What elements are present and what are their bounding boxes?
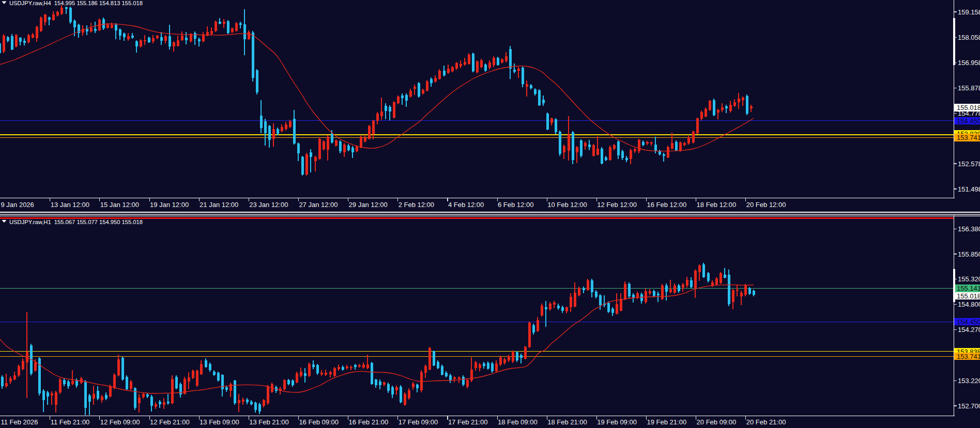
svg-text:18 Feb 09:00: 18 Feb 09:00 (498, 418, 538, 426)
svg-text:11 Feb 2026: 11 Feb 2026 (1, 418, 38, 426)
svg-text:153.220: 153.220 (958, 377, 980, 385)
svg-text:23 Jan 12:00: 23 Jan 12:00 (249, 201, 288, 209)
svg-text:152.578: 152.578 (958, 160, 980, 168)
svg-text:155.018: 155.018 (957, 104, 980, 112)
svg-text:155.850: 155.850 (958, 250, 980, 258)
svg-text:151.498: 151.498 (958, 185, 980, 193)
svg-text:155.141: 155.141 (957, 284, 980, 292)
svg-text:18 Feb 12:00: 18 Feb 12:00 (697, 201, 737, 209)
svg-text:19 Jan 12:00: 19 Jan 12:00 (150, 201, 189, 209)
svg-text:155.018: 155.018 (957, 292, 980, 300)
svg-text:13 Feb 21:00: 13 Feb 21:00 (249, 418, 289, 426)
svg-text:13 Jan 12:00: 13 Jan 12:00 (51, 201, 89, 209)
svg-text:17 Feb 09:00: 17 Feb 09:00 (399, 418, 438, 426)
svg-text:20 Feb 09:00: 20 Feb 09:00 (697, 418, 737, 426)
svg-text:13 Feb 09:00: 13 Feb 09:00 (200, 418, 239, 426)
svg-text:152.700: 152.700 (958, 402, 980, 410)
svg-text:154.270: 154.270 (958, 326, 980, 334)
svg-text:27 Jan 12:00: 27 Jan 12:00 (299, 201, 338, 209)
svg-text:9 Jan 2026: 9 Jan 2026 (1, 201, 34, 209)
svg-text:155.320: 155.320 (958, 275, 980, 283)
svg-text:12 Feb 09:00: 12 Feb 09:00 (100, 418, 140, 426)
svg-text:20 Feb 12:00: 20 Feb 12:00 (746, 201, 786, 209)
svg-text:11 Feb 21:00: 11 Feb 21:00 (51, 418, 90, 426)
svg-text:18 Feb 21:00: 18 Feb 21:00 (547, 418, 587, 426)
svg-text:154.450: 154.450 (957, 318, 980, 326)
svg-text:USDJPY.raw,H1 155.067 155.077: USDJPY.raw,H1 155.067 155.077 154.950 15… (9, 219, 143, 225)
svg-text:19 Feb 21:00: 19 Feb 21:00 (647, 418, 687, 426)
svg-text:20 Feb 21:00: 20 Feb 21:00 (746, 418, 786, 426)
svg-text:154.450: 154.450 (957, 117, 980, 125)
svg-text:2 Feb 12:00: 2 Feb 12:00 (399, 201, 434, 209)
svg-text:16 Feb 12:00: 16 Feb 12:00 (647, 201, 687, 209)
svg-text:16 Feb 09:00: 16 Feb 09:00 (299, 418, 339, 426)
svg-text:158.058: 158.058 (958, 34, 980, 41)
svg-text:155.878: 155.878 (958, 84, 980, 92)
svg-text:156.380: 156.380 (958, 225, 980, 233)
svg-text:154.800: 154.800 (958, 300, 980, 308)
svg-text:12 Feb 12:00: 12 Feb 12:00 (597, 201, 637, 209)
svg-text:19 Feb 09:00: 19 Feb 09:00 (597, 418, 637, 426)
svg-text:29 Jan 12:00: 29 Jan 12:00 (349, 201, 388, 209)
svg-text:USDJPY.raw,H4 154.995 155.186: USDJPY.raw,H4 154.995 155.186 154.813 15… (9, 0, 143, 6)
svg-text:153.741: 153.741 (957, 134, 980, 141)
svg-text:15 Jan 12:00: 15 Jan 12:00 (100, 201, 139, 209)
svg-text:10 Feb 12:00: 10 Feb 12:00 (547, 201, 587, 209)
svg-text:21 Jan 12:00: 21 Jan 12:00 (200, 201, 238, 209)
svg-text:16 Feb 21:00: 16 Feb 21:00 (349, 418, 389, 426)
svg-text:12 Feb 21:00: 12 Feb 21:00 (150, 418, 190, 426)
svg-text:159.158: 159.158 (958, 8, 980, 16)
svg-text:6 Feb 12:00: 6 Feb 12:00 (498, 201, 533, 209)
svg-text:4 Feb 12:00: 4 Feb 12:00 (448, 201, 484, 209)
svg-text:153.741: 153.741 (957, 353, 980, 360)
svg-text:17 Feb 21:00: 17 Feb 21:00 (448, 418, 488, 426)
svg-text:156.958: 156.958 (958, 59, 980, 67)
